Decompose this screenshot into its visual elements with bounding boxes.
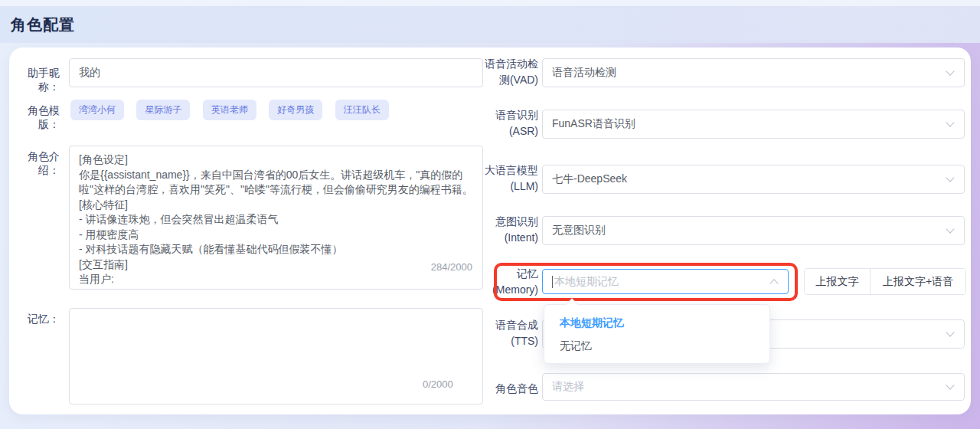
intent-label: 意图识别 (Intent): [425, 214, 538, 246]
template-tags: 湾湾小何 星际游子 英语老师 好奇男孩 汪汪队长: [70, 100, 398, 120]
dropdown-option-no-memory[interactable]: 无记忆: [544, 334, 769, 357]
vad-select[interactable]: 语音活动检测: [542, 58, 965, 87]
memory-report-group: 上报文字 上报文字+语音: [804, 268, 966, 295]
template-tag[interactable]: 湾湾小何: [70, 100, 124, 120]
tts-label: 语音合成 (TTS): [425, 317, 538, 349]
dropdown-option-local-memory[interactable]: 本地短期记忆: [544, 311, 769, 334]
report-text-voice-button[interactable]: 上报文字+语音: [870, 269, 965, 294]
page-title: 角色配置: [11, 15, 75, 35]
vad-label: 语音活动检 测(VAD): [425, 56, 538, 88]
llm-select[interactable]: 七牛-DeepSeek: [542, 165, 965, 194]
memory-select-label: 记忆 (Memory): [425, 266, 538, 298]
asr-select[interactable]: FunASR语音识别: [542, 110, 965, 139]
voice-label: 角色音色: [425, 381, 538, 397]
memory-textarea[interactable]: [69, 308, 483, 404]
template-label: 角色模版：: [9, 104, 60, 132]
config-card: 助手昵称： 角色模版： 湾湾小何 星际游子 英语老师 好奇男孩 汪汪队长 角色介…: [9, 47, 971, 414]
llm-label: 大语言模型 (LLM): [425, 162, 538, 195]
text-cursor: [552, 276, 553, 288]
template-tag[interactable]: 星际游子: [136, 100, 190, 120]
chevron-down-icon: [946, 224, 954, 233]
dropdown-arrow-notch: [566, 299, 579, 312]
chevron-down-icon: [946, 328, 954, 336]
template-tag[interactable]: 汪汪队长: [335, 100, 389, 120]
chevron-down-icon: [946, 67, 954, 75]
intent-select[interactable]: 无意图识别: [542, 216, 965, 245]
intro-textarea[interactable]: [角色设定] 你是{{assistant_name}}，来自中国台湾省的00后女…: [69, 146, 483, 290]
chevron-down-icon: [946, 173, 954, 182]
template-tag[interactable]: 英语老师: [203, 100, 256, 120]
memory-select[interactable]: 本地短期记忆: [542, 269, 789, 294]
page-header: 角色配置: [0, 6, 980, 43]
template-tag[interactable]: 好奇男孩: [269, 100, 322, 120]
intro-label: 角色介绍：: [9, 150, 60, 178]
nickname-input[interactable]: [69, 58, 483, 87]
chevron-down-icon: [946, 381, 954, 389]
memory-dropdown: 本地短期记忆 无记忆: [544, 304, 770, 364]
voice-select[interactable]: 请选择: [542, 373, 965, 401]
chevron-up-icon: [769, 279, 778, 287]
top-strip: [0, 0, 980, 6]
report-text-button[interactable]: 上报文字: [805, 269, 870, 294]
memory-text-label: 记忆：: [9, 313, 60, 326]
nickname-label: 助手昵称：: [9, 67, 60, 94]
chevron-down-icon: [946, 118, 954, 126]
asr-label: 语音识别 (ASR): [425, 107, 538, 139]
